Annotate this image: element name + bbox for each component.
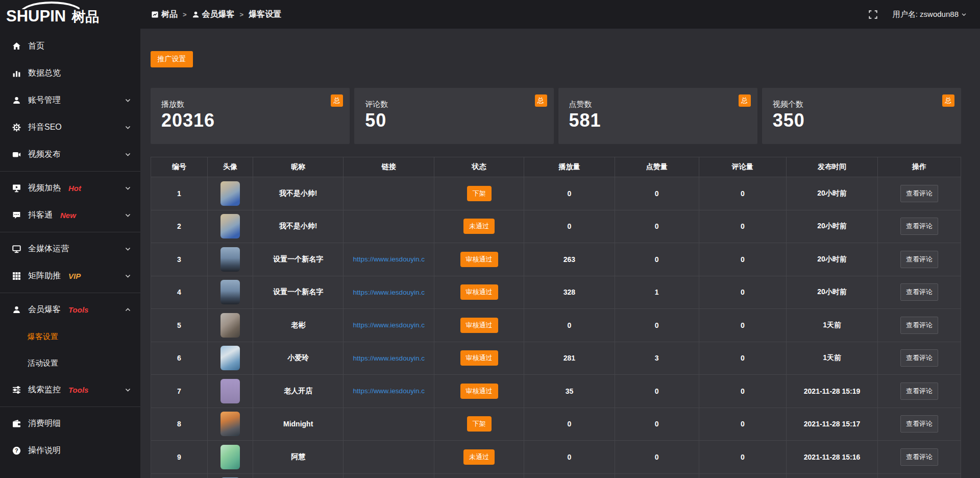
view-comments-button[interactable]: 查看评论 [900, 218, 938, 235]
cell-status: 下架 [434, 177, 524, 210]
cell-link: https://www.iesdouyin.c [344, 342, 434, 375]
column-header-plays: 播放量 [524, 157, 615, 177]
video-link[interactable]: https://www.iesdouyin.c [346, 354, 432, 362]
sidebar-item-operation-guide[interactable]: 操作说明 [0, 437, 140, 464]
breadcrumb-item-2[interactable]: 会员爆客 [192, 9, 235, 20]
sidebar-item-douyin-seo[interactable]: 抖音SEO [0, 114, 140, 141]
cell-plays: 0 [524, 441, 615, 473]
cell-link: https://www.iesdouyin.c [344, 243, 434, 276]
avatar [220, 445, 240, 469]
view-comments-button[interactable]: 查看评论 [900, 185, 938, 202]
user-icon [12, 305, 21, 314]
promotion-settings-button[interactable]: 推广设置 [151, 51, 193, 67]
cell-avatar [208, 474, 253, 478]
sidebar-item-douketong[interactable]: 抖客通New [0, 202, 140, 229]
sidebar-item-video-publish[interactable]: 视频发布 [0, 141, 140, 168]
sidebar-item-consumption-detail[interactable]: 消费明细 [0, 410, 140, 437]
fullscreen-icon[interactable] [869, 10, 877, 19]
view-comments-button[interactable]: 查看评论 [900, 448, 938, 466]
cell-time: 2021-11-28 15:19 [787, 375, 878, 408]
avatar [220, 313, 240, 338]
sidebar-item-account-management[interactable]: 账号管理 [0, 87, 140, 114]
sidebar-item-label: 首页 [28, 41, 44, 52]
grid-icon [12, 272, 21, 280]
sidebar-item-tag: Tools [68, 386, 88, 394]
breadcrumb-label: 会员爆客 [202, 9, 235, 20]
status-badge: 未通过 [463, 449, 495, 465]
cell-link [344, 210, 434, 243]
sidebar-subitem-activity-settings[interactable]: 活动设置 [0, 350, 140, 376]
video-link[interactable]: https://www.iesdouyin.c [346, 387, 432, 395]
view-comments-button[interactable]: 查看评论 [900, 383, 938, 400]
video-link[interactable]: https://www.iesdouyin.c [346, 289, 432, 296]
cell-likes [615, 474, 699, 478]
sidebar-item-matrix-boost[interactable]: 矩阵助推VIP [0, 262, 140, 290]
sidebar-item-all-media-operation[interactable]: 全媒体运营 [0, 235, 140, 262]
breadcrumb-item-3[interactable]: 爆客设置 [249, 9, 281, 20]
sidebar-item-home[interactable]: 首页 [0, 33, 140, 60]
table-row: 10 [151, 473, 961, 478]
cell-action: 查看评论 [878, 375, 961, 408]
chevron-down-icon [125, 246, 131, 252]
cell-plays: 263 [524, 243, 615, 276]
view-comments-button[interactable]: 查看评论 [900, 251, 938, 268]
sidebar-item-data-overview[interactable]: 数据总览 [0, 60, 140, 87]
stat-card-value: 581 [569, 110, 747, 131]
cell-likes: 3 [615, 342, 699, 375]
stat-card: 点赞数581总 [558, 88, 757, 144]
cell-link [344, 408, 434, 441]
cell-status: 未通过 [434, 441, 524, 473]
sidebar: SHUPIN 树品 首页数据总览账号管理抖音SEO视频发布视频加热Hot抖客通N… [0, 0, 140, 478]
breadcrumb-label: 树品 [161, 9, 178, 20]
stat-card: 播放数20316总 [151, 88, 350, 144]
chevron-down-icon [125, 151, 131, 158]
cell-comments: 0 [699, 177, 787, 210]
video-link[interactable]: https://www.iesdouyin.c [346, 321, 432, 329]
stat-card: 视频个数350总 [762, 88, 961, 144]
cell-plays: 0 [524, 177, 615, 210]
avatar [220, 379, 240, 403]
home-icon [12, 42, 21, 51]
sidebar-item-label: 线索监控 [28, 385, 61, 395]
table-row: 2我不是小帅!未通过00020小时前查看评论 [151, 210, 961, 243]
sidebar-subitem-baoke-settings[interactable]: 爆客设置 [0, 323, 140, 350]
video-link[interactable]: https://www.iesdouyin.c [346, 255, 432, 263]
cell-time: 1天前 [787, 309, 878, 342]
chevron-down-icon [961, 12, 967, 17]
chart-icon [12, 69, 21, 78]
table-row: 9阿慧未通过0002021-11-28 15:16查看评论 [151, 440, 961, 473]
sidebar-item-label: 视频加热 [28, 183, 61, 194]
cell-likes: 1 [615, 276, 699, 309]
cell-id: 2 [151, 210, 208, 243]
status-badge: 审核通过 [460, 384, 498, 399]
cell-link: https://www.iesdouyin.c [344, 276, 434, 309]
cell-avatar [208, 276, 253, 309]
status-badge: 审核通过 [460, 318, 498, 333]
cell-likes: 0 [615, 243, 699, 276]
cell-avatar [208, 309, 253, 342]
view-comments-button[interactable]: 查看评论 [900, 283, 938, 301]
cell-nickname: 设置一个新名字 [253, 243, 344, 276]
cell-likes: 0 [615, 177, 699, 210]
breadcrumb-item-1[interactable]: 树品 [151, 9, 178, 20]
view-comments-button[interactable]: 查看评论 [900, 415, 938, 433]
chevron-down-icon [125, 97, 131, 104]
sidebar-item-video-heating[interactable]: 视频加热Hot [0, 175, 140, 202]
sidebar-item-label: 消费明细 [28, 418, 61, 429]
cell-comments: 0 [699, 375, 787, 408]
table-row: 3设置一个新名字https://www.iesdouyin.c审核通过26300… [151, 243, 961, 276]
breadcrumb-label: 爆客设置 [249, 9, 281, 20]
view-comments-button[interactable]: 查看评论 [900, 317, 938, 334]
cell-time: 20小时前 [787, 243, 878, 276]
cell-plays: 0 [524, 210, 615, 243]
sidebar-item-member-baoke[interactable]: 会员爆客Tools [0, 296, 140, 323]
cell-nickname: 老彬 [253, 309, 344, 342]
view-comments-button[interactable]: 查看评论 [900, 349, 938, 367]
sidebar-divider [0, 232, 140, 232]
column-header-nickname: 昵称 [253, 157, 344, 177]
cell-status: 审核通过 [434, 342, 524, 375]
username-menu[interactable]: 用户名: zswodun88 [893, 10, 967, 19]
sidebar-item-label: 操作说明 [28, 445, 61, 456]
sidebar-item-clue-monitor[interactable]: 线索监控Tools [0, 376, 140, 403]
total-badge: 总 [739, 94, 751, 107]
